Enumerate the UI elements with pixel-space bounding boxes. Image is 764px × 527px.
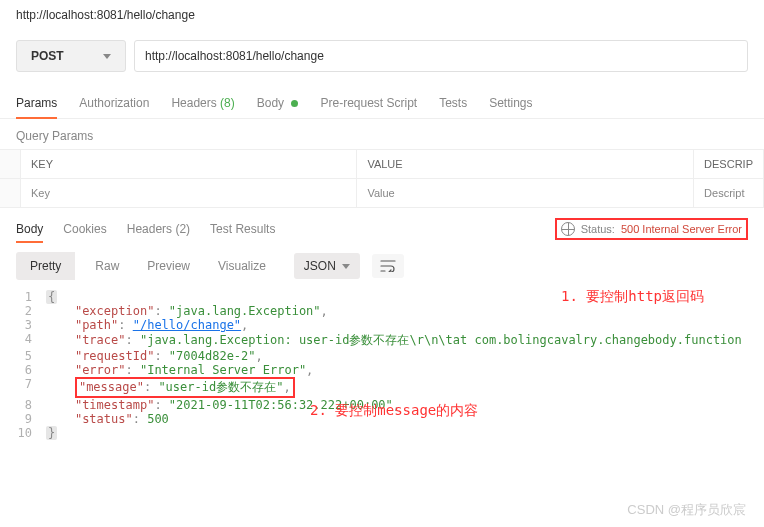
request-tabs: Params Authorization Headers (8) Body Pr… (0, 88, 764, 119)
status-label: Status: (581, 223, 615, 235)
raw-button[interactable]: Raw (87, 252, 127, 280)
tab-body[interactable]: Body (257, 88, 299, 118)
resp-headers-label: Headers (127, 222, 172, 236)
key-cell[interactable]: Key (21, 179, 357, 208)
method-select[interactable]: POST (16, 40, 126, 72)
wrap-line-button[interactable] (372, 254, 404, 278)
method-label: POST (31, 49, 64, 63)
response-tabs: Body Cookies Headers (2) Test Results (16, 218, 275, 240)
format-select[interactable]: JSON (294, 253, 360, 279)
params-table: KEY VALUE DESCRIP Key Value Descript (0, 149, 764, 208)
drag-handle[interactable] (0, 179, 21, 208)
th-value: VALUE (357, 150, 694, 179)
tab-body-label: Body (257, 96, 284, 110)
annotation-1: 1. 要控制http返回码 (561, 290, 704, 306)
chevron-down-icon (342, 264, 350, 269)
tab-tests[interactable]: Tests (439, 88, 467, 118)
tab-settings[interactable]: Settings (489, 88, 532, 118)
th-description: DESCRIP (694, 150, 764, 179)
resp-tab-body[interactable]: Body (16, 218, 43, 240)
url-input[interactable] (134, 40, 748, 72)
request-url-display: http://localhost:8081/hello/change (0, 0, 764, 30)
body-indicator-dot (291, 100, 298, 107)
viewer-row: Pretty Raw Preview Visualize JSON (0, 242, 764, 290)
format-label: JSON (304, 259, 336, 273)
response-meta-row: Body Cookies Headers (2) Test Results St… (0, 208, 764, 242)
resp-tab-headers[interactable]: Headers (2) (127, 218, 190, 240)
tab-headers-label: Headers (171, 96, 216, 110)
status-value: 500 Internal Server Error (621, 223, 742, 235)
visualize-button[interactable]: Visualize (210, 252, 274, 280)
resp-headers-count: (2) (175, 222, 190, 236)
chevron-down-icon (103, 54, 111, 59)
query-params-label: Query Params (0, 119, 764, 149)
desc-cell[interactable]: Descript (694, 179, 764, 208)
tab-headers[interactable]: Headers (8) (171, 88, 234, 118)
status-box: Status: 500 Internal Server Error (555, 218, 748, 240)
value-cell[interactable]: Value (357, 179, 694, 208)
pretty-button[interactable]: Pretty (16, 252, 75, 280)
tab-headers-count: (8) (220, 96, 235, 110)
preview-button[interactable]: Preview (139, 252, 198, 280)
drag-handle-header (0, 150, 21, 179)
tab-prerequest[interactable]: Pre-request Script (320, 88, 417, 118)
request-row: POST (0, 30, 764, 88)
tab-params[interactable]: Params (16, 88, 57, 118)
resp-tab-cookies[interactable]: Cookies (63, 218, 106, 240)
th-key: KEY (21, 150, 357, 179)
table-row[interactable]: Key Value Descript (0, 179, 764, 208)
globe-icon (561, 222, 575, 236)
response-body[interactable]: 1. 要控制http返回码 1{ 2 "exception": "java.la… (0, 290, 764, 456)
annotation-2: 2. 要控制message的内容 (310, 402, 478, 420)
resp-tab-testresults[interactable]: Test Results (210, 218, 275, 240)
tab-authorization[interactable]: Authorization (79, 88, 149, 118)
